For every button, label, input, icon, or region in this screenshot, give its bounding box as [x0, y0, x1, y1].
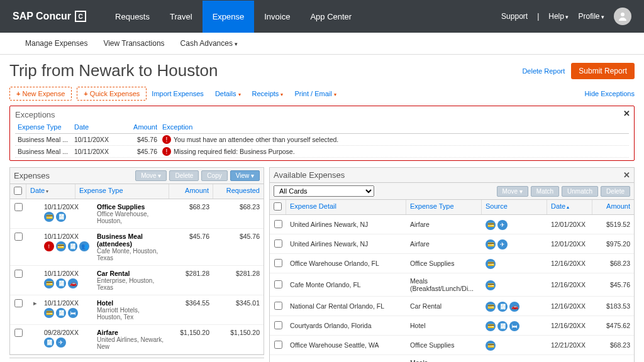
submit-report-button[interactable]: Submit Report	[571, 63, 635, 79]
receipt-icon: 🧾	[497, 321, 508, 331]
receipt-icon: 🧾	[56, 308, 66, 318]
car-icon: 🚗	[509, 302, 519, 312]
expenses-title: Expenses	[14, 171, 50, 180]
toolbar-print---email[interactable]: Print / Email ▾	[294, 90, 336, 97]
receipt-icon: 🧾	[68, 241, 78, 251]
help-link[interactable]: Help	[548, 12, 569, 21]
support-link[interactable]: Support	[501, 12, 528, 21]
divider: |	[537, 12, 539, 21]
copy-button[interactable]: Copy	[201, 170, 227, 181]
expense-row[interactable]: ▸ 10/11/20XX💳🧾🛏 HotelMarriott Hotels, Ho…	[10, 295, 264, 325]
row-checkbox[interactable]	[14, 233, 23, 241]
header-source[interactable]: Source	[482, 200, 547, 214]
select-all-checkbox[interactable]	[14, 187, 22, 195]
main-nav: RequestsTravelExpenseInvoiceApp Center	[105, 1, 362, 33]
plane-icon: ✈	[56, 337, 66, 348]
move-button[interactable]: Move ▾	[135, 170, 167, 181]
available-row[interactable]: Office Warehouse Seattle, WA Office Supp…	[270, 336, 634, 355]
header-date[interactable]: Date	[551, 202, 565, 210]
brand-icon: C	[75, 11, 86, 22]
row-checkbox[interactable]	[274, 341, 282, 349]
select-all-checkbox[interactable]	[274, 202, 282, 211]
expenses-grid-header: Date Expense Type Amount Requested	[10, 184, 264, 199]
exceptions-header-row: Expense Type Date Amount Exception	[15, 122, 629, 134]
nav-expense[interactable]: Expense	[203, 1, 255, 33]
row-checkbox[interactable]	[274, 220, 282, 228]
receipt-icon: 🧾	[44, 337, 54, 348]
col-expense-type[interactable]: Expense Type	[15, 122, 72, 132]
row-checkbox[interactable]	[274, 259, 282, 267]
card-icon: 💳	[44, 278, 54, 288]
new-expense-button[interactable]: + New Expense	[9, 87, 72, 101]
subnav-cash-advances[interactable]: Cash Advances	[180, 39, 238, 48]
header-amount[interactable]: Amount	[169, 184, 213, 199]
expense-row[interactable]: 10/11/20XX!💳🧾👥 Business Meal (attendees)…	[10, 229, 264, 266]
expense-row[interactable]: 09/28/20XX🧾✈ AirfareUnited Airlines, New…	[10, 325, 264, 354]
delete-button[interactable]: Delete	[169, 170, 199, 181]
card-icon: 💳	[486, 220, 496, 230]
card-filter-select[interactable]: All Cards	[274, 185, 374, 197]
header-expense-type[interactable]: Expense Type	[75, 184, 169, 199]
avail-match-button[interactable]: Match	[531, 186, 559, 197]
header-date[interactable]: Date	[30, 187, 45, 194]
avail-unmatch-button[interactable]: Unmatch	[562, 186, 598, 197]
plane-icon: ✈	[497, 239, 508, 250]
delete-report-link[interactable]: Delete Report	[522, 67, 565, 75]
card-icon: 💳	[44, 308, 54, 318]
alert-icon: !	[162, 135, 171, 144]
row-checkbox[interactable]	[274, 239, 282, 248]
row-checkbox[interactable]	[14, 299, 23, 307]
sub-nav: Manage ExpensesView TransactionsCash Adv…	[0, 33, 644, 55]
close-icon[interactable]: ✕	[623, 170, 630, 180]
header-expense-type[interactable]: Expense Type	[406, 200, 482, 214]
col-amount[interactable]: Amount	[122, 122, 160, 132]
toolbar-details[interactable]: Details ▾	[215, 90, 241, 97]
row-checkbox[interactable]	[14, 203, 23, 211]
nav-requests[interactable]: Requests	[105, 1, 160, 33]
svg-point-0	[621, 13, 625, 16]
top-bar: SAP Concur C RequestsTravelExpenseInvoic…	[0, 0, 644, 33]
page-title: Trip from Newark to Houston	[9, 61, 218, 80]
toolbar-receipts[interactable]: Receipts ▾	[252, 90, 284, 97]
available-row[interactable]: United Airlines Newark, NJ Airfare 💳✈ 12…	[270, 215, 634, 234]
available-row[interactable]: Cafe Monte Seattle, WA Meals (Breakfast/…	[270, 355, 634, 362]
close-icon[interactable]: ✕	[623, 109, 630, 118]
nav-travel[interactable]: Travel	[160, 1, 203, 33]
header-detail[interactable]: Expense Detail	[286, 200, 406, 214]
avail-move-button[interactable]: Move ▾	[497, 186, 528, 197]
view-button[interactable]: View ▾	[230, 170, 260, 181]
header-amount[interactable]: Amount	[592, 200, 634, 214]
subnav-manage-expenses[interactable]: Manage Expenses	[25, 39, 87, 48]
available-row[interactable]: United Airlines Newark, NJ Airfare 💳✈ 12…	[270, 234, 634, 254]
card-icon: 💳	[56, 241, 66, 251]
expense-row[interactable]: 10/11/20XX💳🧾 Office SuppliesOffice Wareh…	[10, 199, 264, 229]
row-checkbox[interactable]	[274, 321, 282, 329]
receipt-icon: 🧾	[56, 212, 66, 222]
row-checkbox[interactable]	[14, 329, 23, 337]
card-icon: 💳	[486, 239, 496, 250]
nav-app-center[interactable]: App Center	[300, 1, 362, 33]
available-row[interactable]: Office Warehouse Orlando, FL Office Supp…	[270, 254, 634, 273]
toolbar-links: Import ExpensesDetails ▾Receipts ▾Print …	[152, 90, 336, 97]
subnav-view-transactions[interactable]: View Transactions	[103, 39, 164, 48]
row-checkbox[interactable]	[274, 302, 282, 310]
avatar-icon[interactable]	[614, 8, 631, 25]
toolbar-import-expenses[interactable]: Import Expenses	[152, 90, 204, 97]
avail-delete-button[interactable]: Delete	[601, 186, 630, 197]
available-row[interactable]: Cafe Monte Orlando, FL Meals (Breakfast/…	[270, 273, 634, 297]
available-row[interactable]: National Car Rental Orlando, FL Car Rent…	[270, 297, 634, 316]
col-date[interactable]: Date	[72, 122, 122, 132]
expense-row[interactable]: 10/11/20XX💳🧾🚗 Car RentalEnterprise, Hous…	[10, 266, 264, 295]
profile-link[interactable]: Profile	[578, 12, 604, 21]
expand-icon[interactable]: ▸	[33, 299, 37, 307]
quick-expenses-button[interactable]: + Quick Expenses	[77, 87, 147, 101]
available-grid-header: Expense Detail Expense Type Source Date …	[270, 200, 634, 215]
header-requested[interactable]: Requested	[213, 184, 264, 199]
available-row[interactable]: Courtyards Orlando, Florida Hotel 💳🧾🛏 12…	[270, 316, 634, 336]
row-checkbox[interactable]	[274, 280, 282, 288]
nav-invoice[interactable]: Invoice	[254, 1, 300, 33]
exception-row: Business Meal ...10/11/20XX$45.76!Missin…	[15, 146, 629, 158]
col-exception[interactable]: Exception	[160, 122, 629, 132]
hide-exceptions-link[interactable]: Hide Exceptions	[585, 90, 635, 97]
row-checkbox[interactable]	[14, 270, 23, 278]
